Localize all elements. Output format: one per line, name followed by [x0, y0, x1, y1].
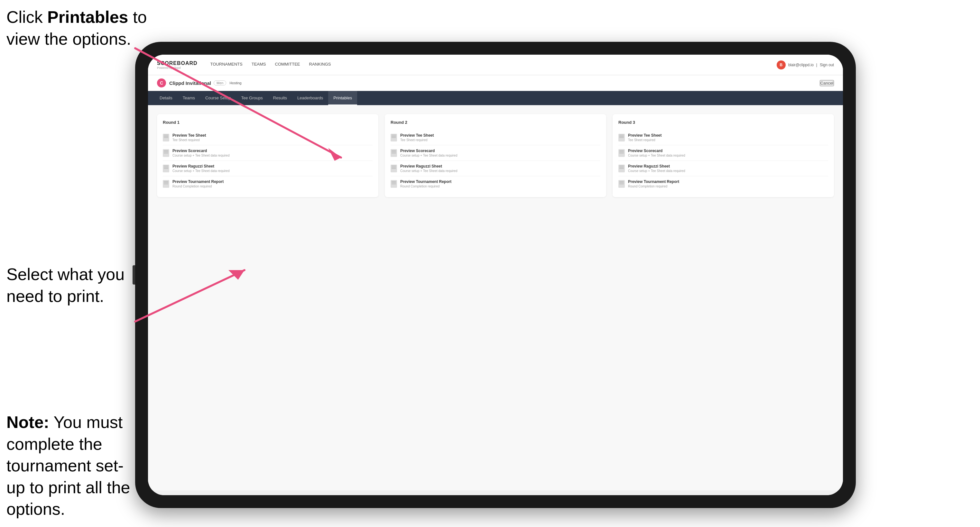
tab-results[interactable]: Results	[268, 91, 292, 105]
tournament-name: Clippd Invitational	[169, 80, 211, 86]
tournament-report-title-r1: Preview Tournament Report	[172, 179, 224, 184]
tablet-side-button	[132, 265, 135, 284]
tournament-badge: Men	[214, 80, 226, 86]
sign-out-link[interactable]: Sign out	[820, 63, 834, 67]
app-content: SCOREBOARD Powered by clippd TOURNAMENTS…	[148, 55, 843, 495]
tournament-report-sub-r2: Round Completion required	[400, 184, 452, 188]
raguzzi-icon-r3	[618, 165, 625, 172]
tab-teams[interactable]: Teams	[178, 91, 200, 105]
main-content: Round 1 Preview Tee Sheet Tee Sheet requ…	[148, 105, 843, 490]
round-1-raguzzi[interactable]: Preview Raguzzi Sheet Course setup + Tee…	[163, 161, 372, 176]
raguzzi-sub-r2: Course setup + Tee Sheet data required	[400, 169, 457, 173]
logo-sub: Powered by clippd	[157, 66, 197, 70]
cancel-button[interactable]: Cancel	[820, 80, 834, 86]
tab-tee-groups[interactable]: Tee Groups	[236, 91, 268, 105]
tournament-report-title-r2: Preview Tournament Report	[400, 179, 452, 184]
raguzzi-icon-r1	[163, 165, 169, 172]
round-2-tee-sheet[interactable]: Preview Tee Sheet Tee Sheet required	[391, 130, 600, 145]
round-3-tournament-report[interactable]: Preview Tournament Report Round Completi…	[618, 176, 828, 191]
round-3-scorecard[interactable]: Preview Scorecard Course setup + Tee She…	[618, 145, 828, 161]
tee-sheet-sub-r1: Tee Sheet required	[172, 138, 206, 142]
scorecard-sub-r3: Course setup + Tee Sheet data required	[628, 154, 685, 157]
tournament-logo: C	[157, 78, 166, 87]
scorecard-icon-r1	[163, 149, 169, 157]
annotation-bottom: Note: You must complete the tournament s…	[6, 411, 135, 520]
round-3-raguzzi[interactable]: Preview Raguzzi Sheet Course setup + Tee…	[618, 161, 828, 176]
nav-committee[interactable]: COMMITTEE	[275, 62, 300, 68]
annotation-top: Click Printables toview the options.	[6, 6, 147, 50]
raguzzi-sub-r3: Course setup + Tee Sheet data required	[628, 169, 685, 173]
round-2-raguzzi[interactable]: Preview Raguzzi Sheet Course setup + Tee…	[391, 161, 600, 176]
tournament-report-icon-r3	[618, 180, 625, 188]
raguzzi-title-r2: Preview Raguzzi Sheet	[400, 164, 457, 168]
tee-sheet-icon-r3	[618, 134, 625, 141]
separator: |	[816, 63, 817, 67]
tablet-screen: SCOREBOARD Powered by clippd TOURNAMENTS…	[148, 55, 843, 495]
scorecard-sub-r2: Course setup + Tee Sheet data required	[400, 154, 457, 157]
tournament-report-icon-r1	[163, 180, 169, 188]
user-avatar: B	[777, 60, 786, 70]
nav-tournaments[interactable]: TOURNAMENTS	[210, 62, 243, 68]
tablet-device: SCOREBOARD Powered by clippd TOURNAMENTS…	[135, 42, 856, 508]
raguzzi-title-r1: Preview Raguzzi Sheet	[172, 164, 229, 168]
raguzzi-icon-r2	[391, 165, 397, 172]
tee-sheet-icon-r1	[163, 134, 169, 141]
tab-printables[interactable]: Printables	[328, 91, 357, 105]
tab-details[interactable]: Details	[154, 91, 178, 105]
annotation-middle: Select what you need to print.	[6, 264, 129, 307]
scorecard-title-r1: Preview Scorecard	[172, 149, 229, 153]
round-2-section: Round 2 Preview Tee Sheet Tee Sheet requ…	[385, 114, 606, 197]
round-2-title: Round 2	[391, 120, 600, 125]
scorecard-title-r2: Preview Scorecard	[400, 149, 457, 153]
annotation-printables-bold: Printables	[47, 8, 128, 26]
scorecard-icon-r2	[391, 149, 397, 157]
top-nav: SCOREBOARD Powered by clippd TOURNAMENTS…	[148, 55, 843, 75]
round-3-section: Round 3 Preview Tee Sheet Tee Sheet requ…	[612, 114, 834, 197]
rounds-grid: Round 1 Preview Tee Sheet Tee Sheet requ…	[157, 114, 834, 197]
raguzzi-title-r3: Preview Raguzzi Sheet	[628, 164, 685, 168]
tournament-report-title-r3: Preview Tournament Report	[628, 179, 679, 184]
nav-teams[interactable]: TEAMS	[251, 62, 266, 68]
sub-nav: Details Teams Course Setup Tee Groups Re…	[148, 91, 843, 105]
tee-sheet-sub-r2: Tee Sheet required	[400, 138, 434, 142]
round-1-title: Round 1	[163, 120, 372, 125]
hosting-badge: Hosting	[229, 81, 241, 85]
round-3-title: Round 3	[618, 120, 828, 125]
scoreboard-logo: SCOREBOARD Powered by clippd	[157, 60, 197, 70]
tab-course-setup[interactable]: Course Setup	[200, 91, 236, 105]
nav-right: B blair@clippd.io | Sign out	[777, 60, 834, 70]
nav-rankings[interactable]: RANKINGS	[309, 62, 331, 68]
tournament-report-sub-r1: Round Completion required	[172, 184, 224, 188]
tab-leaderboards[interactable]: Leaderboards	[292, 91, 328, 105]
tournament-report-sub-r3: Round Completion required	[628, 184, 679, 188]
round-2-scorecard[interactable]: Preview Scorecard Course setup + Tee She…	[391, 145, 600, 161]
scorecard-sub-r1: Course setup + Tee Sheet data required	[172, 154, 229, 157]
tee-sheet-sub-r3: Tee Sheet required	[628, 138, 662, 142]
user-email: blair@clippd.io	[788, 63, 814, 67]
tee-sheet-title-r1: Preview Tee Sheet	[172, 133, 206, 138]
round-2-tournament-report[interactable]: Preview Tournament Report Round Completi…	[391, 176, 600, 191]
round-1-scorecard[interactable]: Preview Scorecard Course setup + Tee She…	[163, 145, 372, 161]
round-3-tee-sheet[interactable]: Preview Tee Sheet Tee Sheet required	[618, 130, 828, 145]
logo-title: SCOREBOARD	[157, 60, 197, 66]
tee-sheet-title-r2: Preview Tee Sheet	[400, 133, 434, 138]
tee-sheet-icon-r2	[391, 134, 397, 141]
round-1-tee-sheet[interactable]: Preview Tee Sheet Tee Sheet required	[163, 130, 372, 145]
main-nav-links: TOURNAMENTS TEAMS COMMITTEE RANKINGS	[210, 62, 777, 68]
round-1-section: Round 1 Preview Tee Sheet Tee Sheet requ…	[157, 114, 379, 197]
tee-sheet-title-r3: Preview Tee Sheet	[628, 133, 662, 138]
raguzzi-sub-r1: Course setup + Tee Sheet data required	[172, 169, 229, 173]
scorecard-icon-r3	[618, 149, 625, 157]
round-1-tournament-report[interactable]: Preview Tournament Report Round Completi…	[163, 176, 372, 191]
tournament-bar: C Clippd Invitational Men Hosting Cancel	[148, 75, 843, 91]
tournament-report-icon-r2	[391, 180, 397, 188]
scorecard-title-r3: Preview Scorecard	[628, 149, 685, 153]
annotation-note-bold: Note:	[6, 413, 49, 432]
